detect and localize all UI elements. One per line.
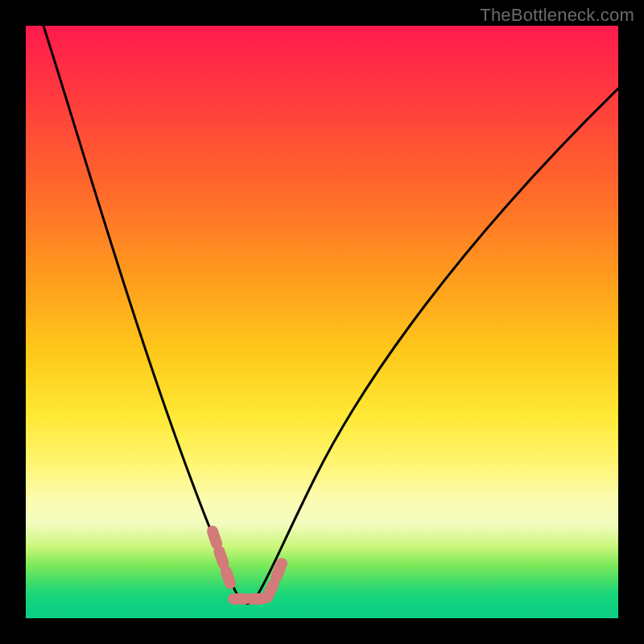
watermark-text: TheBottleneck.com bbox=[480, 5, 634, 26]
chart-frame: TheBottleneck.com bbox=[0, 0, 644, 644]
highlight-near-minimum bbox=[26, 26, 618, 618]
highlight-left bbox=[213, 531, 232, 588]
plot-area bbox=[26, 26, 618, 618]
highlight-right bbox=[267, 564, 282, 597]
